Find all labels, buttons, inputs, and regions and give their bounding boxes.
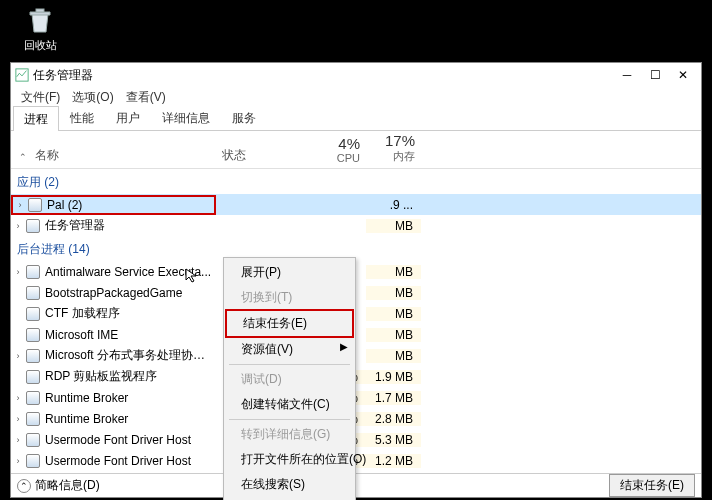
process-row[interactable]: ›任务管理器MB [11,215,701,236]
process-icon [27,197,43,213]
context-menu-item[interactable]: 打开文件所在的位置(O) [225,447,354,472]
tab-details[interactable]: 详细信息 [151,105,221,130]
expand-chevron-icon[interactable]: › [13,200,27,210]
context-menu-item: 转到详细信息(G) [225,422,354,447]
memory-value: 5.3 MB [366,433,421,447]
task-manager-icon [15,68,29,82]
memory-value: .9 ... [366,198,421,212]
minimize-button[interactable]: ─ [613,64,641,86]
tab-processes[interactable]: 进程 [13,106,59,131]
process-icon [25,348,41,364]
menu-separator [229,364,350,365]
process-name: Runtime Broker [45,412,216,426]
recycle-bin[interactable]: 回收站 [16,4,64,53]
expand-chevron-icon[interactable]: › [11,221,25,231]
end-task-button[interactable]: 结束任务(E) [609,474,695,497]
tab-performance[interactable]: 性能 [59,105,105,130]
memory-value: 1.2 MB [366,454,421,468]
expand-chevron-icon[interactable]: › [11,414,25,424]
process-list: 应用 (2)›Pal (2).9 ...›任务管理器MB后台进程 (14)›An… [11,169,701,473]
menu-options[interactable]: 选项(O) [66,87,119,107]
process-name: Microsoft 分布式事务处理协调... [45,347,216,364]
memory-value: 1.7 MB [366,391,421,405]
sort-chevron-icon: ⌃ [19,152,27,162]
memory-value: MB [366,307,421,321]
memory-value: MB [366,328,421,342]
expand-chevron-icon[interactable]: › [11,267,25,277]
process-row[interactable]: ›Microsoft 分布式事务处理协调...MB [11,345,701,366]
fewer-details-link[interactable]: 简略信息(D) [35,477,100,494]
context-menu-item: 调试(D) [225,367,354,392]
expand-chevron-icon[interactable]: › [11,435,25,445]
process-icon [25,411,41,427]
process-icon [25,306,41,322]
svg-rect-0 [36,9,44,12]
process-row[interactable]: ›Usermode Font Driver Host0%5.3 MB [11,429,701,450]
process-row[interactable]: ›Pal (2).9 ... [11,194,701,215]
group-header: 应用 (2) [11,169,701,194]
titlebar[interactable]: 任务管理器 ─ ☐ ✕ [11,63,701,87]
context-menu-item[interactable]: 创建转储文件(C) [225,392,354,417]
process-name: Usermode Font Driver Host [45,454,216,468]
process-row[interactable]: ›Runtime Broker0%1.7 MB [11,387,701,408]
memory-value: MB [366,265,421,279]
process-name: Antimalware Service Executa... [45,265,216,279]
process-name: CTF 加载程序 [45,305,216,322]
task-manager-window: 任务管理器 ─ ☐ ✕ 文件(F) 选项(O) 查看(V) 进程 性能 用户 详… [10,62,702,498]
memory-value: 1.9 MB [366,370,421,384]
menu-view[interactable]: 查看(V) [120,87,172,107]
process-row[interactable]: ›Antimalware Service Executa...MB [11,261,701,282]
column-name[interactable]: ⌃ 名称 [11,131,216,168]
group-header: 后台进程 (14) [11,236,701,261]
memory-value: MB [366,286,421,300]
process-icon [25,285,41,301]
menubar: 文件(F) 选项(O) 查看(V) [11,87,701,107]
context-menu: 展开(P)切换到(T)结束任务(E)资源值(V)▶调试(D)创建转储文件(C)转… [223,257,356,500]
memory-value: MB [366,349,421,363]
menu-file[interactable]: 文件(F) [15,87,66,107]
menu-separator [229,419,350,420]
statusbar: ⌃ 简略信息(D) 结束任务(E) [11,473,701,497]
submenu-arrow-icon: ▶ [340,341,348,352]
process-name: Usermode Font Driver Host [45,433,216,447]
process-name: BootstrapPackagedGame [45,286,216,300]
memory-value: MB [366,219,421,233]
close-button[interactable]: ✕ [669,64,697,86]
process-row[interactable]: RDP 剪贴板监视程序0%1.9 MB [11,366,701,387]
context-menu-item[interactable]: 在线搜索(S) [225,472,354,497]
process-row[interactable]: Microsoft IMEMB [11,324,701,345]
chevron-up-icon[interactable]: ⌃ [17,479,31,493]
process-name: Runtime Broker [45,391,216,405]
expand-chevron-icon[interactable]: › [11,393,25,403]
process-row[interactable]: ›Runtime Broker0%2.8 MB [11,408,701,429]
window-title: 任务管理器 [33,67,613,84]
process-row[interactable]: CTF 加载程序MB [11,303,701,324]
process-icon [25,369,41,385]
process-icon [25,218,41,234]
memory-value: 2.8 MB [366,412,421,426]
context-menu-item: 切换到(T) [225,285,354,310]
tab-users[interactable]: 用户 [105,105,151,130]
process-icon [25,453,41,469]
context-menu-item[interactable]: 资源值(V)▶ [225,337,354,362]
context-menu-item[interactable]: 结束任务(E) [225,309,354,338]
tab-services[interactable]: 服务 [221,105,267,130]
recycle-bin-label: 回收站 [16,38,64,53]
column-memory[interactable]: 17% 内存 [366,131,421,168]
process-icon [25,264,41,280]
maximize-button[interactable]: ☐ [641,64,669,86]
column-cpu[interactable]: 4% CPU [311,131,366,168]
column-status[interactable]: 状态 [216,131,311,168]
process-name: Pal (2) [47,198,214,212]
process-icon [25,390,41,406]
process-row[interactable]: BootstrapPackagedGameMB [11,282,701,303]
process-name: RDP 剪贴板监视程序 [45,368,216,385]
expand-chevron-icon[interactable]: › [11,456,25,466]
columns-header: ⌃ 名称 状态 4% CPU 17% 内存 [11,131,701,169]
context-menu-item[interactable]: 展开(P) [225,260,354,285]
recycle-bin-icon [24,4,56,36]
expand-chevron-icon[interactable]: › [11,351,25,361]
process-icon [25,432,41,448]
process-icon [25,327,41,343]
process-name: 任务管理器 [45,217,216,234]
